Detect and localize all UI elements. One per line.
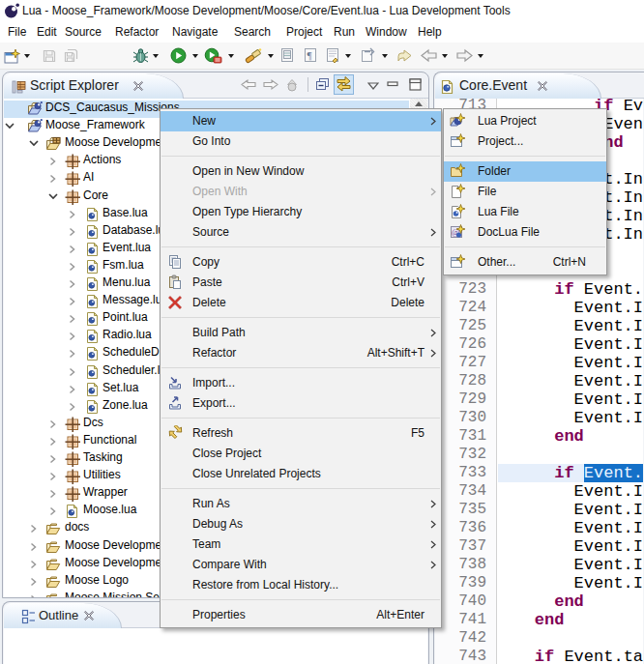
svg-text:¶: ¶ [307,49,312,61]
